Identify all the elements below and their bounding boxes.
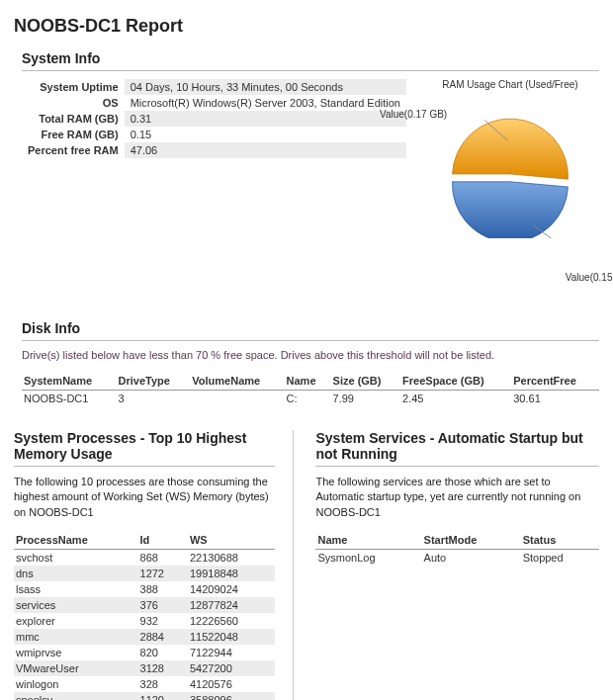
table-cell: 376	[138, 597, 188, 613]
table-cell: 11522048	[188, 629, 276, 645]
table-cell: 12226560	[188, 613, 276, 629]
table-cell: 3	[117, 391, 191, 407]
disk-table: SystemNameDriveTypeVolumeNameNameSize (G…	[22, 373, 599, 406]
table-cell: spoolsv	[14, 692, 138, 700]
chart-title: RAM Usage Chart (Used/Free)	[421, 79, 599, 90]
processes-section: System Processes - Top 10 Highest Memory…	[14, 430, 294, 700]
page-title: NOOBS-DC1 Report	[14, 16, 599, 37]
processes-table: ProcessNameIdWS svchost86822130688dns127…	[14, 532, 275, 700]
column-header: StartMode	[422, 532, 521, 550]
services-table: NameStartModeStatus SysmonLogAutoStopped	[315, 532, 599, 566]
column-header: WS	[188, 532, 276, 550]
table-cell: NOOBS-DC1	[22, 391, 117, 407]
system-info-section: System Info System Uptime04 Days, 10 Hou…	[22, 50, 599, 297]
table-row: lsass38814209024	[14, 581, 275, 597]
kv-key: Total RAM (GB)	[22, 111, 125, 127]
table-cell: lsass	[14, 581, 138, 597]
table-cell: C:	[285, 391, 331, 407]
table-cell: SysmonLog	[315, 550, 421, 567]
table-row: svchost86822130688	[14, 550, 275, 567]
disk-info-section: Disk Info Drive(s) listed below have les…	[22, 320, 599, 406]
table-cell: 30.61	[511, 391, 599, 407]
kv-value: Microsoft(R) Windows(R) Server 2003, Sta…	[125, 95, 406, 111]
kv-key: Free RAM (GB)	[22, 127, 125, 142]
chart-label-free: Value(0.15 GB)	[566, 272, 613, 283]
chart-label-used: Value(0.17 GB)	[380, 109, 447, 120]
table-cell: 5427200	[188, 660, 276, 676]
table-row: VMwareUser31285427200	[14, 660, 275, 676]
table-cell: mmc	[14, 629, 138, 645]
table-row: mmc288411522048	[14, 629, 275, 645]
table-cell: 388	[138, 581, 188, 597]
table-cell: 820	[138, 645, 188, 660]
column-header: SystemName	[22, 373, 117, 391]
table-cell: 19918848	[188, 566, 276, 581]
column-header: Size (GB)	[331, 373, 401, 391]
table-row: dns127219918848	[14, 566, 275, 581]
processes-heading: System Processes - Top 10 Highest Memory…	[14, 430, 275, 467]
column-header: ProcessName	[14, 532, 138, 550]
table-row: explorer93212226560	[14, 613, 275, 629]
table-row: System Uptime04 Days, 10 Hours, 33 Minut…	[22, 79, 406, 95]
table-cell: 7.99	[331, 391, 401, 407]
kv-value: 04 Days, 10 Hours, 33 Minutes, 00 Second…	[125, 79, 406, 95]
pie-icon	[446, 110, 574, 238]
column-header: Status	[521, 532, 599, 550]
table-cell: 868	[138, 550, 188, 567]
column-header: Name	[285, 373, 331, 391]
table-cell	[190, 391, 284, 407]
table-cell: Stopped	[521, 550, 599, 567]
table-row: Percent free RAM47.06	[22, 142, 406, 158]
kv-key: OS	[22, 95, 125, 111]
kv-value: 0.15	[125, 127, 406, 142]
column-header: Id	[138, 532, 188, 550]
column-header: PercentFree	[511, 373, 599, 391]
processes-note: The following 10 processes are those con…	[14, 475, 275, 520]
ram-usage-chart: RAM Usage Chart (Used/Free) Value(0.17 G…	[421, 79, 599, 297]
table-row: OSMicrosoft(R) Windows(R) Server 2003, S…	[22, 95, 406, 111]
table-cell: 3128	[138, 660, 188, 676]
column-header: VolumeName	[190, 373, 284, 391]
disk-info-note: Drive(s) listed below have less than 70 …	[22, 349, 599, 361]
table-row: winlogon3284120576	[14, 676, 275, 692]
table-row: services37612877824	[14, 597, 275, 613]
table-row: spoolsv11203588096	[14, 692, 275, 700]
disk-info-heading: Disk Info	[22, 320, 599, 341]
services-note: The following services are those which a…	[315, 475, 599, 520]
table-cell: winlogon	[14, 676, 138, 692]
kv-value: 0.31	[125, 111, 406, 127]
table-cell: 2.45	[400, 391, 511, 407]
table-cell: 4120576	[188, 676, 276, 692]
table-cell: 12877824	[188, 597, 276, 613]
table-cell: 1120	[138, 692, 188, 700]
system-info-table: System Uptime04 Days, 10 Hours, 33 Minut…	[22, 79, 406, 158]
table-cell: 328	[138, 676, 188, 692]
table-cell: 2884	[138, 629, 188, 645]
table-cell: 22130688	[188, 550, 276, 567]
system-info-heading: System Info	[22, 50, 599, 71]
table-row: wmiprvse8207122944	[14, 645, 275, 660]
services-section: System Services - Automatic Startup but …	[294, 430, 599, 700]
table-cell: 1272	[138, 566, 188, 581]
table-row: NOOBS-DC13C:7.992.4530.61	[22, 391, 599, 407]
kv-key: System Uptime	[22, 79, 125, 95]
column-header: Name	[315, 532, 421, 550]
table-row: Total RAM (GB)0.31	[22, 111, 406, 127]
kv-key: Percent free RAM	[22, 142, 125, 158]
table-cell: explorer	[14, 613, 138, 629]
table-cell: 932	[138, 613, 188, 629]
table-cell: 3588096	[188, 692, 276, 700]
table-cell: 14209024	[188, 581, 276, 597]
table-cell: services	[14, 597, 138, 613]
table-cell: 7122944	[188, 645, 276, 660]
table-row: SysmonLogAutoStopped	[315, 550, 599, 567]
column-header: FreeSpace (GB)	[400, 373, 511, 391]
table-cell: svchost	[14, 550, 138, 567]
table-cell: wmiprvse	[14, 645, 138, 660]
table-cell: dns	[14, 566, 138, 581]
table-row: Free RAM (GB)0.15	[22, 127, 406, 142]
column-header: DriveType	[117, 373, 191, 391]
kv-value: 47.06	[125, 142, 406, 158]
table-cell: VMwareUser	[14, 660, 138, 676]
table-cell: Auto	[422, 550, 521, 567]
